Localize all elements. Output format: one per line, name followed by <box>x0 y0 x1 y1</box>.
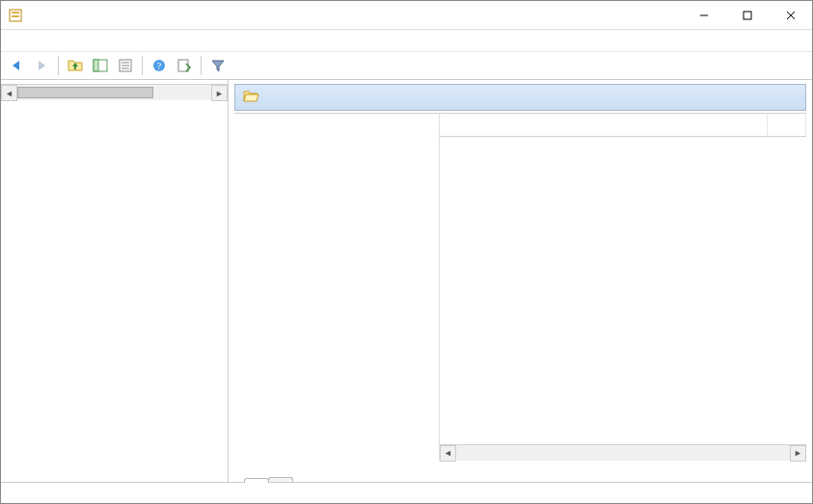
toolbar-separator <box>142 56 143 75</box>
tree-pane[interactable]: ◄ ► <box>1 80 229 482</box>
gpedit-window: ? ◄ ► <box>0 0 813 504</box>
scroll-right-icon[interactable]: ► <box>211 85 228 101</box>
svg-rect-11 <box>744 12 751 19</box>
maximize-button[interactable] <box>725 1 769 29</box>
scroll-left-icon[interactable]: ◄ <box>1 85 17 101</box>
close-button[interactable] <box>769 1 812 29</box>
show-hide-tree-button[interactable] <box>89 54 112 77</box>
details-header <box>234 84 806 111</box>
details-content: ◄ ► <box>234 113 806 461</box>
tab-extended[interactable] <box>244 478 269 483</box>
help-button[interactable]: ? <box>148 54 171 77</box>
properties-button[interactable] <box>114 54 137 77</box>
menu-file[interactable] <box>5 39 20 42</box>
export-button[interactable] <box>173 54 196 77</box>
column-state[interactable] <box>768 114 806 136</box>
filter-button[interactable] <box>206 54 230 77</box>
details-pane: ◄ ► <box>229 80 812 482</box>
column-setting[interactable] <box>440 114 768 136</box>
menu-action[interactable] <box>22 39 38 42</box>
window-controls <box>682 1 812 29</box>
toolbar-separator <box>58 56 59 75</box>
toolbar-separator <box>201 56 202 75</box>
svg-rect-15 <box>94 60 98 71</box>
statusbar <box>1 482 812 503</box>
menu-help[interactable] <box>57 39 72 42</box>
titlebar <box>1 1 812 30</box>
svg-rect-22 <box>178 60 188 71</box>
folder-icon <box>243 89 260 106</box>
tree-scrollbar[interactable]: ◄ ► <box>1 84 228 100</box>
menu-view[interactable] <box>40 39 55 42</box>
forward-button[interactable] <box>30 54 53 77</box>
menubar <box>1 30 812 51</box>
policy-description <box>234 114 439 461</box>
scroll-right-icon[interactable]: ► <box>790 445 806 462</box>
up-button[interactable] <box>64 54 87 77</box>
minimize-button[interactable] <box>682 1 725 29</box>
scroll-left-icon[interactable]: ◄ <box>440 445 456 462</box>
toolbar: ? <box>1 51 812 80</box>
svg-text:?: ? <box>157 61 162 71</box>
list-scrollbar[interactable]: ◄ ► <box>440 444 806 461</box>
back-button[interactable] <box>5 54 28 77</box>
view-tabs <box>234 461 806 482</box>
app-icon <box>9 8 24 23</box>
list-rows <box>440 137 806 444</box>
policy-list: ◄ ► <box>439 114 806 461</box>
body: ◄ ► <box>1 80 812 482</box>
list-header <box>440 114 806 137</box>
